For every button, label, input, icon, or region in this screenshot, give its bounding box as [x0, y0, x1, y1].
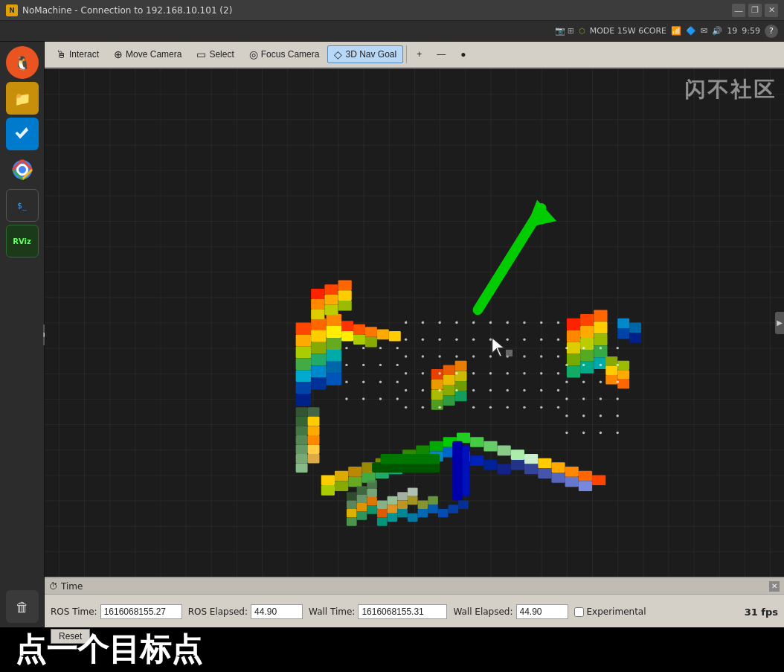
sidebar-item-trash[interactable]: 🗑	[6, 590, 39, 623]
ros-elapsed-label: ROS Elapsed:	[188, 607, 248, 617]
sidebar-item-rviz[interactable]: RViz	[6, 225, 39, 257]
svg-rect-81	[579, 471, 592, 481]
svg-point-202	[557, 355, 559, 357]
plus-button[interactable]: +	[410, 46, 428, 63]
svg-rect-46	[567, 330, 580, 342]
time-panel-content: ROS Time: ROS Elapsed: Wall Time: Wall E…	[45, 595, 784, 629]
select-button[interactable]: ▭ Select	[190, 45, 240, 63]
svg-rect-97	[511, 460, 524, 470]
svg-point-197	[472, 355, 475, 357]
svg-point-234	[379, 347, 382, 349]
viewport-3d[interactable]: 闪不社区 ▶	[45, 68, 784, 577]
ros-elapsed-input[interactable]	[251, 604, 303, 619]
focus-camera-button[interactable]: ◎ Focus Camera	[242, 45, 327, 63]
svg-point-200	[523, 355, 525, 357]
svg-rect-44	[580, 314, 594, 326]
svg-rect-167	[408, 513, 418, 522]
svg-point-229	[523, 406, 525, 409]
dot-button[interactable]: ●	[454, 46, 472, 63]
scene-visualization	[45, 68, 784, 577]
time-display: 9:59	[742, 26, 760, 36]
svg-point-184	[422, 339, 424, 341]
svg-rect-14	[311, 342, 326, 354]
svg-rect-30	[324, 295, 338, 305]
svg-rect-160	[428, 496, 438, 505]
svg-rect-169	[428, 505, 438, 513]
svg-point-207	[472, 372, 475, 374]
sidebar-item-files[interactable]: 📁	[6, 82, 39, 115]
title-bar-left: N NoMachine - Connection to 192.168.10.1…	[6, 4, 232, 16]
help-icon[interactable]: ?	[765, 25, 778, 38]
svg-rect-51	[594, 333, 607, 345]
minimize-button[interactable]: —	[732, 4, 745, 17]
svg-point-192	[557, 339, 559, 341]
svg-point-258	[600, 380, 602, 383]
svg-point-226	[472, 406, 475, 409]
time-panel-close-button[interactable]: ✕	[769, 581, 780, 592]
svg-rect-11	[311, 330, 326, 342]
svg-point-271	[616, 432, 618, 434]
svg-rect-8	[311, 319, 326, 332]
svg-rect-43	[567, 319, 580, 330]
svg-point-251	[616, 347, 618, 349]
svg-rect-96	[498, 464, 511, 475]
select-icon: ▭	[196, 48, 206, 60]
svg-rect-55	[567, 366, 580, 378]
svg-rect-130	[308, 407, 320, 417]
interact-button[interactable]: 🖱 Interact	[49, 45, 106, 63]
svg-rect-61	[629, 333, 641, 343]
experimental-checkbox[interactable]	[574, 607, 584, 617]
svg-rect-84	[335, 481, 348, 491]
svg-rect-131	[308, 417, 320, 426]
interact-label: Interact	[69, 49, 99, 60]
svg-rect-138	[605, 366, 617, 376]
svg-point-254	[600, 364, 602, 366]
svg-rect-52	[567, 354, 580, 366]
close-button[interactable]: ✕	[765, 4, 778, 17]
sidebar-item-vscode[interactable]	[6, 118, 39, 150]
ros-time-input[interactable]	[100, 604, 182, 619]
minus-button[interactable]: —	[430, 46, 452, 63]
svg-rect-15	[327, 338, 341, 350]
nav-goal-button[interactable]: ◇ 3D Nav Goal	[327, 45, 403, 63]
svg-point-190	[523, 339, 525, 341]
sidebar-item-terminal[interactable]: $_	[6, 189, 39, 222]
svg-rect-136	[605, 356, 617, 366]
svg-rect-156	[388, 505, 398, 513]
svg-rect-77	[524, 454, 538, 464]
svg-rect-45	[594, 310, 607, 321]
sidebar-item-ubuntu[interactable]: 🐧	[6, 46, 39, 79]
svg-rect-147	[367, 489, 377, 497]
wall-elapsed-input[interactable]	[516, 604, 568, 619]
svg-point-215	[438, 389, 440, 391]
svg-point-236	[345, 364, 347, 366]
svg-rect-148	[377, 501, 388, 509]
svg-point-211	[540, 372, 542, 374]
wall-elapsed-field: Wall Elapsed:	[453, 604, 568, 619]
toolbar-separator	[406, 45, 407, 63]
wall-time-input[interactable]	[358, 604, 447, 619]
move-camera-button[interactable]: ⊕ Move Camera	[107, 45, 188, 63]
svg-rect-10	[296, 334, 311, 346]
svg-point-237	[362, 364, 364, 366]
svg-rect-163	[367, 505, 377, 513]
maximize-button[interactable]: ❐	[748, 4, 762, 17]
system-tray: 📷 ⊞ ⬡ MODE 15W 6CORE 📶 🔷 ✉ 🔊 19 9:59 ?	[0, 21, 784, 42]
sidebar-item-chrome[interactable]	[6, 153, 39, 186]
svg-rect-36	[353, 324, 365, 335]
experimental-field: Experimental	[574, 607, 646, 617]
nav-goal-label: 3D Nav Goal	[345, 49, 396, 60]
svg-point-252	[565, 364, 568, 366]
svg-rect-124	[296, 417, 308, 426]
svg-rect-280	[506, 350, 513, 356]
svg-rect-133	[308, 435, 320, 445]
experimental-label: Experimental	[587, 607, 646, 617]
svg-rect-135	[308, 454, 320, 464]
svg-rect-41	[353, 334, 365, 345]
svg-rect-161	[347, 517, 357, 525]
viewport-right-arrow[interactable]: ▶	[775, 312, 784, 334]
svg-rect-122	[380, 454, 440, 464]
svg-point-180	[523, 321, 525, 324]
svg-rect-125	[296, 426, 308, 435]
svg-rect-114	[443, 385, 455, 396]
